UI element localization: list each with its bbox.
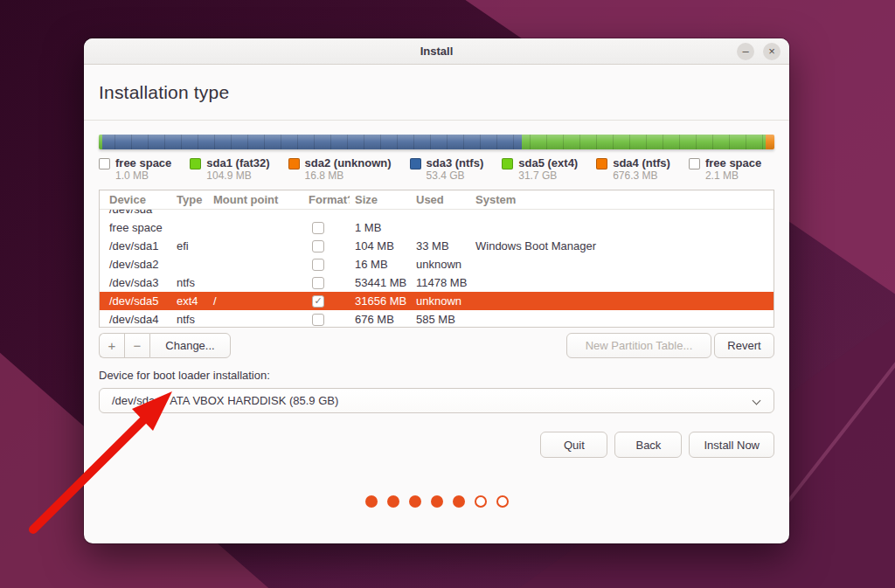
format-checkbox[interactable] [312,277,324,289]
format-checkbox[interactable] [312,222,324,234]
legend-item: sda5 (ext4)31.7 GB [502,156,578,183]
minimize-button[interactable]: – [737,43,754,60]
disk-usage-bar [99,135,774,149]
legend-label: free space [705,156,761,169]
progress-dot [365,495,378,508]
revert-button[interactable]: Revert [714,333,774,358]
cell-size: 1 MB [350,221,411,234]
cell-system: Windows Boot Manager [470,239,774,252]
cell-device: free space [100,221,173,234]
bootloader-label: Device for boot loader installation: [99,369,774,382]
table-row[interactable]: /dev/sda216 MBunknown [100,255,774,273]
column-header-format: Format? [303,193,350,206]
page-title: Installation type [99,82,229,103]
clipped-device-label: /dev/sda [109,210,152,218]
format-checkbox[interactable] [312,314,324,326]
legend-swatch-icon [410,158,421,169]
legend-swatch-icon [190,158,201,169]
column-header-system: System [470,193,774,206]
bootloader-device-value: /dev/sda [112,394,155,407]
legend-size: 676.3 MB [613,169,670,183]
legend-item: sda4 (ntfs)676.3 MB [596,156,670,183]
add-partition-button[interactable]: + [99,333,124,358]
cell-used: unknown [411,258,470,271]
cell-type: ext4 [173,294,212,308]
bar-segment-sda4 [766,135,774,149]
format-checkbox[interactable] [312,259,324,271]
legend-size: 16.8 MB [305,169,392,183]
cell-format [303,277,350,289]
chevron-down-icon [753,397,761,405]
column-header-mount-point: Mount point [212,193,303,206]
column-header-type: Type [173,193,212,206]
table-row[interactable]: /dev/sda4ntfs676 MB585 MB [100,310,774,328]
cell-size: 53441 MB [350,276,411,289]
legend-size: 53.4 GB [427,169,484,183]
bootloader-device-description: ATA VBOX HARDDISK (85.9 GB) [170,394,338,407]
cell-used: unknown [411,294,470,308]
table-row[interactable]: /dev/sda5ext4/✓31656 MBunknown [100,292,774,310]
format-checkbox[interactable] [312,240,324,252]
cell-device: /dev/sda5 [100,294,173,308]
table-row[interactable]: /dev/sda1efi104 MB33 MBWindows Boot Mana… [100,237,774,255]
cell-used: 33 MB [411,239,470,252]
legend-label: free space [115,156,171,169]
cell-format: ✓ [303,295,350,308]
cell-size: 16 MB [350,258,411,271]
legend-text: sda4 (ntfs)676.3 MB [613,156,670,183]
column-header-used: Used [411,193,470,206]
cell-format [303,240,350,252]
cell-size: 676 MB [350,313,411,326]
quit-button[interactable]: Quit [540,432,607,458]
legend-size: 31.7 GB [518,169,578,183]
back-button[interactable]: Back [614,432,682,458]
navigation-buttons: Quit Back Install Now [99,432,774,458]
legend-text: sda2 (unknown)16.8 MB [305,156,392,183]
close-button[interactable]: × [763,43,781,60]
legend-text: free space1.0 MB [115,156,171,183]
close-icon: × [768,45,775,57]
legend-swatch-icon [596,158,607,169]
cell-mount-point: / [212,294,303,308]
progress-dot [496,495,509,508]
cell-format [303,222,350,234]
bar-segment-sda3 [102,135,522,149]
cell-format [303,259,350,271]
legend-label: sda5 (ext4) [518,156,578,169]
window-controls: – × [737,38,781,64]
legend-swatch-icon [99,158,110,169]
table-row[interactable]: /dev/sda3ntfs53441 MB11478 MB [100,273,774,292]
cell-type: ntfs [173,276,212,289]
table-header-row: Device Type Mount point Format? Size Use… [100,190,774,210]
remove-partition-button[interactable]: − [124,333,149,358]
partition-edit-group: + − Change... [99,333,231,358]
bar-segment-sda5 [522,135,766,149]
format-checkbox-checked[interactable]: ✓ [312,295,324,308]
titlebar[interactable]: Install – × [84,38,789,65]
legend-item: sda2 (unknown)16.8 MB [288,156,392,183]
install-now-button[interactable]: Install Now [689,432,774,458]
column-header-size: Size [350,193,411,206]
legend-swatch-icon [288,158,300,169]
cell-used: 11478 MB [411,276,470,289]
bootloader-device-dropdown[interactable]: /dev/sda ATA VBOX HARDDISK (85.9 GB) [99,388,774,413]
table-row[interactable]: free space1 MB [100,218,774,237]
progress-dot [475,495,487,508]
legend-swatch-icon [502,158,513,169]
cell-type: ntfs [173,313,212,326]
legend-label: sda1 (fat32) [206,156,269,169]
window-title: Install [420,45,454,58]
legend-item: sda3 (ntfs)53.4 GB [410,156,484,183]
cell-type: efi [173,239,212,252]
partition-actions: + − Change... New Partition Table... Rev… [99,333,774,358]
cell-device: /dev/sda3 [100,276,173,289]
new-partition-table-button[interactable]: New Partition Table... [566,333,711,358]
legend-label: sda4 (ntfs) [613,156,670,169]
table-row-clipped[interactable]: /dev/sda [100,210,774,218]
legend-item: free space2.1 MB [689,156,761,183]
partition-table[interactable]: Device Type Mount point Format? Size Use… [99,190,774,328]
legend-text: sda3 (ntfs)53.4 GB [427,156,484,183]
change-partition-button[interactable]: Change... [149,333,231,358]
legend-label: sda3 (ntfs) [427,156,484,169]
legend-swatch-icon [689,158,700,169]
